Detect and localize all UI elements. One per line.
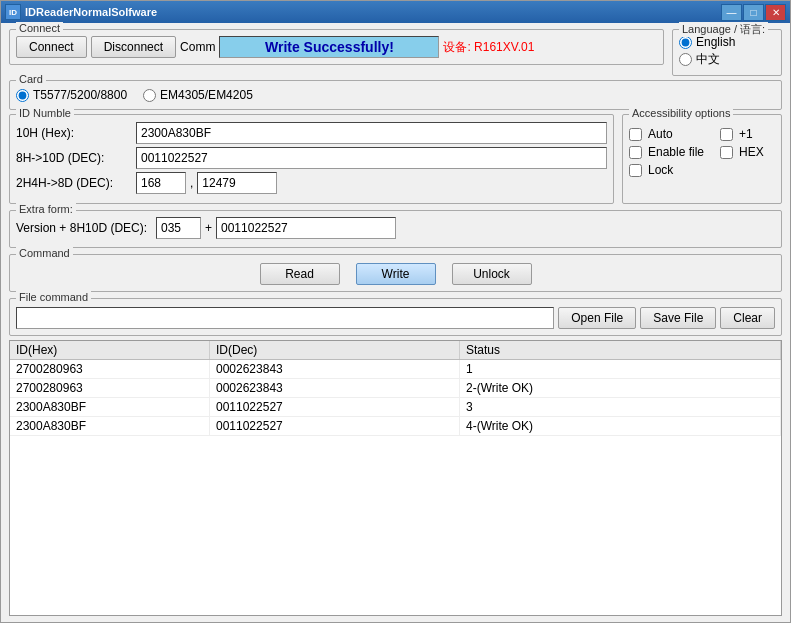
field3-input1[interactable] [136,172,186,194]
device-label: 设备: R161XV.01 [443,39,534,56]
chinese-label: 中文 [696,51,720,68]
unlock-button[interactable]: Unlock [452,263,532,285]
accessibility-group: Accessibility options Auto Enable file [622,114,782,204]
file-command-group: File command Open File Save File Clear [9,298,782,336]
chinese-radio[interactable] [679,53,692,66]
comma: , [190,176,193,190]
comm-status: Write Successfully! [219,36,439,58]
save-file-button[interactable]: Save File [640,307,716,329]
card-option1-label: T5577/5200/8800 [33,88,127,102]
id-group-label: ID Numble [16,107,74,119]
table-row: 270028096300026238431 [10,360,781,379]
id-group: ID Numble 10H (Hex): 8H->10D (DEC): 2H4H… [9,114,614,204]
version-input[interactable] [156,217,201,239]
field3-label: 2H4H->8D (DEC): [16,176,136,190]
card-group: Card T5577/5200/8800 EM4305/EM4205 [9,80,782,110]
table-cell: 1 [460,360,781,378]
connect-button[interactable]: Connect [16,36,87,58]
file-command-label: File command [16,291,91,303]
plus1-checkbox[interactable] [720,128,733,141]
card-option2-label: EM4305/EM4205 [160,88,253,102]
card-option1-row: T5577/5200/8800 [16,87,127,103]
lock-checkbox[interactable] [629,164,642,177]
chinese-radio-row: 中文 [679,50,775,69]
close-button[interactable]: ✕ [765,4,786,21]
access-group-label: Accessibility options [629,107,733,119]
auto-check-row: Auto [629,127,704,141]
extra-row: Version + 8H10D (DEC): + [16,217,775,239]
data-table: ID(Hex) ID(Dec) Status 27002809630002623… [9,340,782,616]
card-option1-radio[interactable] [16,89,29,102]
auto-label: Auto [648,127,673,141]
version-label: Version + 8H10D (DEC): [16,221,156,235]
field3-input2[interactable] [197,172,277,194]
app-icon: ID [5,4,21,20]
auto-checkbox[interactable] [629,128,642,141]
table-cell: 3 [460,398,781,416]
hex-check-row: HEX [720,145,764,159]
plus-sign: + [205,221,212,235]
disconnect-button[interactable]: Disconnect [91,36,176,58]
col-header-dec: ID(Dec) [210,341,460,359]
file-input[interactable] [16,307,554,329]
title-bar: ID IDReaderNormalSolfware — □ ✕ [1,1,790,23]
language-group: Language / 语言: English 中文 [672,29,782,76]
middle-row: ID Numble 10H (Hex): 8H->10D (DEC): 2H4H… [9,114,782,204]
english-radio[interactable] [679,36,692,49]
write-button[interactable]: Write [356,263,436,285]
command-group-label: Command [16,247,73,259]
clear-button[interactable]: Clear [720,307,775,329]
field2-row: 8H->10D (DEC): [16,147,607,169]
english-label: English [696,35,735,49]
language-group-label: Language / 语言: [679,22,768,37]
field2-input[interactable] [136,147,607,169]
table-header: ID(Hex) ID(Dec) Status [10,341,781,360]
top-row: Connect Connect Disconnect Comm Write Su… [9,29,782,76]
col-header-status: Status [460,341,781,359]
table-row: 2300A830BF00110225273 [10,398,781,417]
table-cell: 2-(Write OK) [460,379,781,397]
table-cell: 0011022527 [210,398,460,416]
card-option2-radio[interactable] [143,89,156,102]
field1-input[interactable] [136,122,607,144]
open-file-button[interactable]: Open File [558,307,636,329]
enable-file-check-row: Enable file [629,145,704,159]
maximize-button[interactable]: □ [743,4,764,21]
table-cell: 2700280963 [10,379,210,397]
command-group: Command Read Write Unlock [9,254,782,292]
table-cell: 0002623843 [210,379,460,397]
main-window: ID IDReaderNormalSolfware — □ ✕ Connect … [0,0,791,623]
extra-form-group: Extra form: Version + 8H10D (DEC): + [9,210,782,248]
table-cell: 2300A830BF [10,417,210,435]
hex-label: HEX [739,145,764,159]
table-body: 2700280963000262384312700280963000262384… [10,360,781,436]
connect-group-label: Connect [16,22,63,34]
table-cell: 0011022527 [210,417,460,435]
main-value-input[interactable] [216,217,396,239]
table-cell: 0002623843 [210,360,460,378]
window-controls: — □ ✕ [721,4,786,21]
enable-file-checkbox[interactable] [629,146,642,159]
extra-form-label: Extra form: [16,203,76,215]
file-row: Open File Save File Clear [16,303,775,329]
field1-row: 10H (Hex): [16,122,607,144]
comm-label: Comm [180,40,215,54]
field3-row: 2H4H->8D (DEC): , [16,172,607,194]
lock-label: Lock [648,163,673,177]
table-row: 2300A830BF00110225274-(Write OK) [10,417,781,436]
card-row: T5577/5200/8800 EM4305/EM4205 [16,85,775,103]
lock-check-row: Lock [629,163,704,177]
col-header-hex: ID(Hex) [10,341,210,359]
card-option2-row: EM4305/EM4205 [143,87,253,103]
read-button[interactable]: Read [260,263,340,285]
hex-checkbox[interactable] [720,146,733,159]
minimize-button[interactable]: — [721,4,742,21]
table-cell: 4-(Write OK) [460,417,781,435]
connect-group: Connect Connect Disconnect Comm Write Su… [9,29,664,65]
command-row: Read Write Unlock [16,259,775,285]
plus1-label: +1 [739,127,753,141]
field1-label: 10H (Hex): [16,126,136,140]
window-title: IDReaderNormalSolfware [25,6,721,18]
table-row: 270028096300026238432-(Write OK) [10,379,781,398]
connect-row: Connect Disconnect Comm Write Successful… [16,34,657,58]
